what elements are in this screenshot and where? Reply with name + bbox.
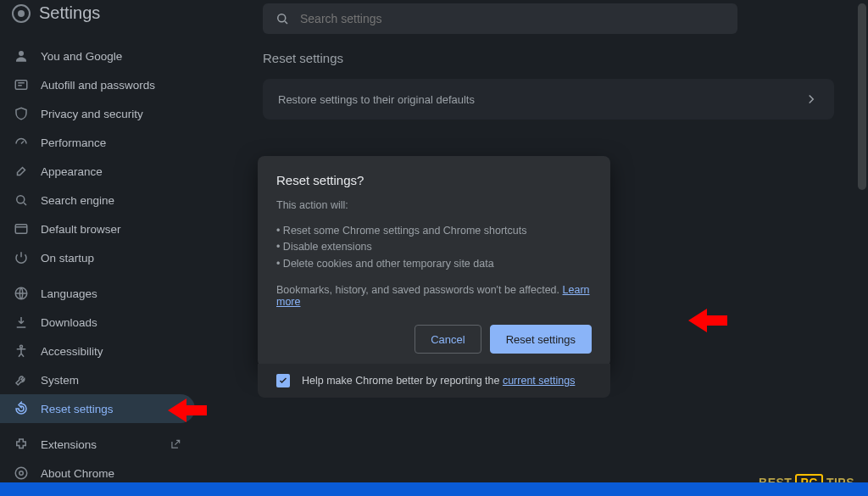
svg-point-5 bbox=[20, 345, 23, 348]
person-icon bbox=[14, 48, 29, 64]
sidebar-item-autofill[interactable]: Autofill and passwords bbox=[0, 70, 195, 99]
globe-icon bbox=[14, 286, 29, 301]
external-link-icon bbox=[170, 438, 181, 450]
search-icon bbox=[275, 11, 290, 26]
sidebar-item-privacy[interactable]: Privacy and security bbox=[0, 99, 195, 128]
dialog-lead: This action will: bbox=[276, 199, 592, 211]
sidebar-item-you-and-google[interactable]: You and Google bbox=[0, 42, 195, 70]
sidebar-item-label: Performance bbox=[41, 137, 181, 149]
download-icon bbox=[14, 315, 29, 330]
dialog-footnote: Bookmarks, history, and saved passwords … bbox=[276, 284, 592, 308]
sidebar-item-appearance[interactable]: Appearance bbox=[0, 157, 195, 186]
wrench-icon bbox=[14, 372, 29, 387]
svg-point-6 bbox=[15, 467, 27, 479]
row-label: Restore settings to their original defau… bbox=[278, 93, 475, 106]
cancel-button[interactable]: Cancel bbox=[415, 325, 481, 354]
settings-gear-icon bbox=[12, 4, 31, 23]
dialog-bullet: Delete cookies and other temporary site … bbox=[276, 256, 592, 272]
sidebar-item-label: About Chrome bbox=[41, 467, 181, 480]
reset-settings-dialog: Reset settings? This action will: Reset … bbox=[258, 156, 610, 367]
svg-point-0 bbox=[19, 51, 24, 56]
brand: Settings bbox=[0, 0, 195, 35]
dialog-report-strip: Help make Chrome better by reporting the… bbox=[258, 364, 610, 398]
sidebar-item-label: Privacy and security bbox=[41, 108, 181, 120]
sidebar-item-label: You and Google bbox=[41, 50, 181, 63]
brand-title: Settings bbox=[39, 3, 100, 23]
annotation-arrow-sidebar bbox=[168, 395, 207, 426]
window-icon bbox=[14, 221, 29, 237]
sidebar-item-label: Reset settings bbox=[41, 403, 181, 415]
sidebar-item-extensions[interactable]: Extensions bbox=[0, 430, 195, 459]
sidebar-item-accessibility[interactable]: Accessibility bbox=[0, 337, 195, 365]
taskbar-sliver bbox=[0, 482, 868, 496]
reset-defaults-row[interactable]: Restore settings to their original defau… bbox=[263, 79, 834, 120]
sidebar-item-default-browser[interactable]: Default browser bbox=[0, 215, 195, 243]
svg-point-8 bbox=[278, 14, 286, 22]
sidebar-item-label: On startup bbox=[41, 252, 181, 265]
section-heading: Reset settings bbox=[263, 51, 834, 65]
settings-app: Settings You and Google Autofill and pas… bbox=[0, 0, 868, 496]
accessibility-icon bbox=[14, 343, 29, 359]
annotation-arrow-reset-button bbox=[688, 305, 727, 336]
sidebar-item-label: Accessibility bbox=[41, 345, 181, 358]
sidebar-item-label: Appearance bbox=[41, 165, 181, 178]
report-checkbox-label: Help make Chrome better by reporting the… bbox=[302, 375, 575, 387]
power-icon bbox=[14, 250, 29, 265]
shield-icon bbox=[14, 106, 29, 121]
sidebar-nav: You and Google Autofill and passwords Pr… bbox=[0, 35, 195, 488]
dialog-bullet: Disable extensions bbox=[276, 239, 592, 255]
sidebar-item-downloads[interactable]: Downloads bbox=[0, 308, 195, 337]
svg-marker-10 bbox=[688, 309, 727, 332]
current-settings-link[interactable]: current settings bbox=[503, 375, 575, 387]
chevron-right-icon bbox=[804, 92, 819, 107]
svg-rect-3 bbox=[15, 225, 27, 234]
dialog-bullet: Reset some Chrome settings and Chrome sh… bbox=[276, 223, 592, 239]
sidebar-item-label: Search engine bbox=[41, 194, 181, 207]
sidebar-item-label: Downloads bbox=[41, 316, 181, 329]
search-bar[interactable] bbox=[263, 3, 737, 34]
sidebar: Settings You and Google Autofill and pas… bbox=[0, 0, 195, 496]
chrome-icon bbox=[14, 465, 29, 481]
sidebar-item-label: Default browser bbox=[41, 223, 181, 236]
sidebar-item-label: Autofill and passwords bbox=[41, 79, 181, 92]
dialog-title: Reset settings? bbox=[276, 173, 592, 187]
sidebar-item-languages[interactable]: Languages bbox=[0, 279, 195, 308]
sidebar-item-system[interactable]: System bbox=[0, 365, 195, 394]
restore-icon bbox=[14, 401, 29, 416]
svg-point-2 bbox=[17, 196, 25, 203]
sidebar-item-label: Extensions bbox=[41, 438, 158, 451]
reset-settings-button[interactable]: Reset settings bbox=[490, 325, 592, 354]
sidebar-item-on-startup[interactable]: On startup bbox=[0, 243, 195, 272]
svg-point-7 bbox=[19, 471, 24, 476]
report-checkbox[interactable] bbox=[276, 374, 290, 387]
speedometer-icon bbox=[14, 135, 29, 150]
autofill-icon bbox=[14, 77, 29, 92]
dialog-bullet-list: Reset some Chrome settings and Chrome sh… bbox=[276, 223, 592, 272]
search-input[interactable] bbox=[300, 12, 726, 25]
puzzle-icon bbox=[14, 437, 29, 452]
sidebar-item-performance[interactable]: Performance bbox=[0, 128, 195, 157]
sidebar-item-search-engine[interactable]: Search engine bbox=[0, 186, 195, 215]
search-icon bbox=[14, 192, 29, 208]
sidebar-item-label: System bbox=[41, 374, 181, 387]
sidebar-item-reset-settings[interactable]: Reset settings bbox=[0, 394, 195, 423]
scrollbar[interactable] bbox=[856, 0, 868, 496]
scrollbar-thumb[interactable] bbox=[858, 3, 866, 190]
sidebar-item-label: Languages bbox=[41, 287, 181, 300]
brush-icon bbox=[14, 164, 29, 179]
svg-marker-9 bbox=[168, 398, 207, 422]
